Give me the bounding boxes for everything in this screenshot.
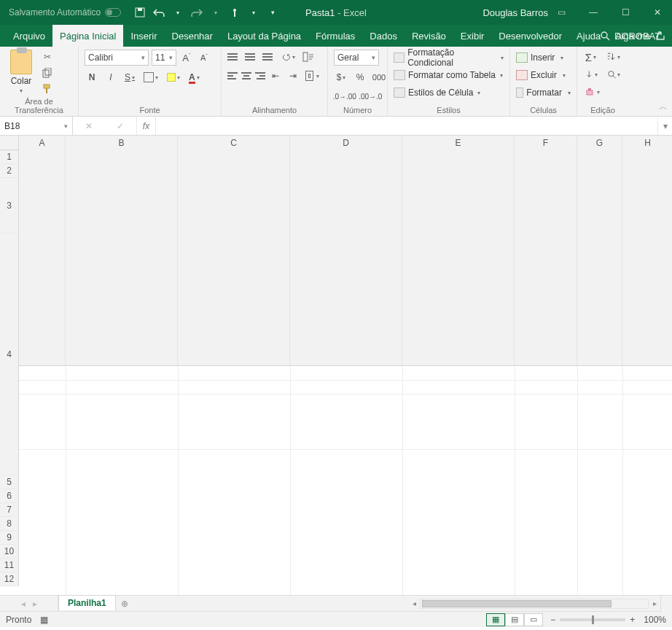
decrease-indent-icon[interactable]: ⇤ [268, 69, 283, 83]
scroll-left-icon[interactable]: ◂ [408, 599, 420, 607]
account-user[interactable]: Douglas Barros [482, 7, 548, 18]
cell-styles-button[interactable]: Estilos de Célula▾ [394, 85, 504, 101]
prev-sheet-icon[interactable]: ◂ [21, 599, 26, 609]
tab-layout-pagina[interactable]: Layout da Página [220, 25, 308, 47]
fill-color-button[interactable]: ▾ [165, 70, 182, 85]
tab-inserir[interactable]: Inserir [123, 25, 164, 47]
expand-formula-bar-icon[interactable]: ▾ [657, 117, 672, 135]
cells-area[interactable] [19, 366, 672, 596]
maximize-icon[interactable]: ☐ [615, 2, 636, 23]
worksheet-grid[interactable]: 123456789101112 ABCDEFGH ▲ ▼ [0, 136, 672, 595]
zoom-value[interactable]: 100% [644, 615, 666, 625]
select-all-corner[interactable] [0, 136, 19, 150]
tab-dados[interactable]: Dados [362, 25, 405, 47]
column-header[interactable]: C [178, 136, 290, 365]
sheet-tab-active[interactable]: Planilha1 [58, 595, 116, 610]
sort-filter-button[interactable]: ▾ [604, 50, 622, 64]
accounting-format-button[interactable]: $▾ [334, 70, 348, 85]
row-header[interactable]: 11 [0, 559, 19, 572]
align-left-icon[interactable] [227, 69, 238, 82]
increase-decimal-button[interactable]: .0→.00 [334, 89, 356, 104]
fx-icon[interactable]: fx [137, 117, 156, 135]
column-header[interactable]: A [19, 136, 66, 365]
align-right-icon[interactable] [254, 69, 265, 82]
macro-record-icon[interactable]: ▦ [40, 615, 48, 625]
tab-formulas[interactable]: Fórmulas [308, 25, 362, 47]
decrease-decimal-button[interactable]: .00→.0 [360, 89, 382, 104]
normal-view-icon[interactable]: ▦ [486, 613, 505, 626]
scrollbar-thumb[interactable] [422, 600, 612, 607]
zoom-in-icon[interactable]: + [630, 615, 635, 625]
row-header[interactable]: 8 [0, 517, 19, 531]
tab-exibir[interactable]: Exibir [453, 25, 492, 47]
chevron-down-icon[interactable]: ▾ [210, 7, 222, 18]
conditional-formatting-button[interactable]: Formatação Condicional▾ [394, 50, 504, 66]
underline-button[interactable]: S▾ [122, 70, 137, 85]
column-header[interactable]: H [622, 136, 672, 365]
qat-customize-icon[interactable]: ▾ [267, 7, 278, 18]
close-icon[interactable]: ✕ [647, 2, 668, 23]
row-header[interactable]: 4 [0, 233, 19, 475]
tell-me-search[interactable]: Diga-me [601, 25, 650, 47]
row-header[interactable]: 5 [0, 475, 19, 489]
column-header[interactable]: D [290, 136, 402, 365]
align-center-icon[interactable] [241, 69, 252, 82]
autosave-toggle[interactable]: Salvamento Automático [0, 7, 121, 18]
row-header[interactable]: 10 [0, 545, 19, 559]
tab-pagina-inicial[interactable]: Página Inicial [52, 25, 123, 47]
tab-desenvolvedor[interactable]: Desenvolvedor [491, 25, 569, 47]
row-header[interactable]: 6 [0, 489, 19, 503]
paste-button[interactable]: Colar ▾ [6, 50, 36, 95]
row-header[interactable]: 9 [0, 531, 19, 545]
clear-button[interactable]: ▾ [583, 85, 602, 99]
align-top-icon[interactable] [227, 50, 242, 63]
share-icon[interactable] [653, 25, 668, 47]
autosum-button[interactable]: Σ▾ [583, 50, 598, 64]
format-as-table-button[interactable]: Formatar como Tabela▾ [394, 67, 504, 83]
font-size-combo[interactable]: 11▾ [152, 50, 176, 66]
increase-font-icon[interactable]: Aˆ [179, 50, 194, 65]
format-painter-icon[interactable] [41, 83, 54, 95]
minimize-icon[interactable]: — [583, 2, 603, 23]
borders-button[interactable]: ▾ [141, 70, 160, 85]
merge-center-button[interactable]: ▾ [303, 69, 321, 83]
column-header[interactable]: E [402, 136, 515, 365]
number-format-combo[interactable]: Geral▾ [334, 50, 379, 66]
cut-icon[interactable]: ✂ [41, 51, 54, 63]
italic-button[interactable]: I [103, 70, 118, 85]
undo-icon[interactable] [153, 7, 165, 18]
zoom-slider[interactable] [560, 618, 625, 621]
chevron-down-icon[interactable]: ▾ [20, 88, 23, 94]
sheet-nav[interactable]: ◂ ▸ [0, 596, 58, 611]
font-name-combo[interactable]: Calibri▾ [85, 50, 149, 66]
touch-mode-icon[interactable] [229, 7, 241, 18]
zoom-control[interactable]: − + 100% [550, 615, 666, 625]
tab-arquivo[interactable]: Arquivo [6, 25, 52, 47]
find-select-button[interactable]: ▾ [606, 67, 622, 82]
column-header[interactable]: G [577, 136, 622, 365]
formula-input[interactable] [156, 117, 657, 135]
save-icon[interactable] [134, 7, 146, 18]
zoom-out-icon[interactable]: − [550, 615, 555, 625]
fill-button[interactable]: ▾ [583, 67, 600, 82]
tab-desenhar[interactable]: Desenhar [165, 25, 220, 47]
row-header[interactable]: 2 [0, 164, 19, 178]
ribbon-display-icon[interactable]: ▭ [551, 2, 571, 23]
delete-cells-button[interactable]: Excluir▾ [516, 67, 571, 83]
row-header[interactable]: 7 [0, 503, 19, 517]
tab-revisao[interactable]: Revisão [405, 25, 453, 47]
wrap-text-button[interactable] [300, 50, 316, 64]
new-sheet-button[interactable]: ⊕ [116, 596, 133, 611]
column-header[interactable]: B [66, 136, 178, 365]
redo-icon[interactable] [191, 7, 203, 18]
bold-button[interactable]: N [85, 70, 99, 85]
insert-cells-button[interactable]: Inserir▾ [516, 50, 571, 66]
collapse-ribbon-icon[interactable]: ︿ [659, 101, 668, 113]
page-break-view-icon[interactable]: ▭ [524, 613, 543, 626]
format-cells-button[interactable]: Formatar▾ [516, 85, 571, 101]
row-header[interactable]: 1 [0, 150, 19, 164]
increase-indent-icon[interactable]: ⇥ [286, 69, 300, 83]
align-middle-icon[interactable] [245, 50, 259, 63]
orientation-button[interactable]: ⭯▾ [280, 50, 297, 64]
horizontal-scrollbar[interactable]: ◂ ▸ [408, 596, 660, 611]
